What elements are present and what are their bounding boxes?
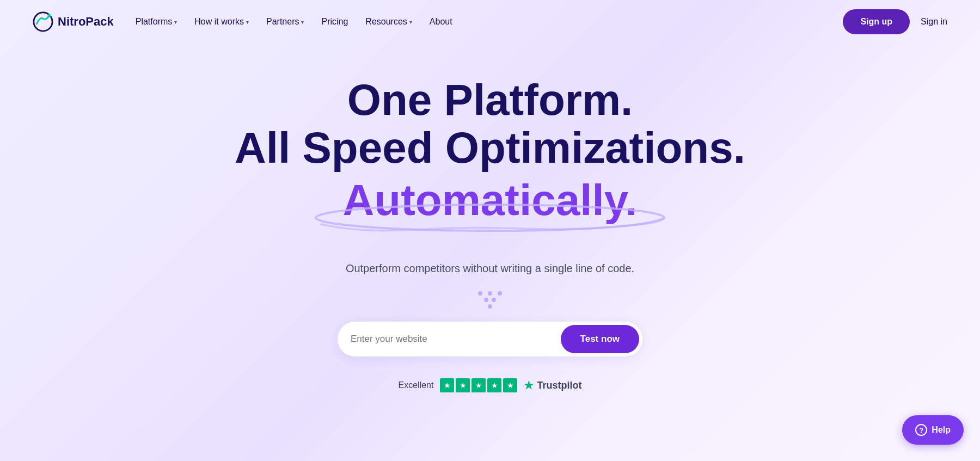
signin-button[interactable]: Sign in [921, 17, 947, 27]
trustpilot-row: Excellent ★ ★ ★ ★ ★ ★ Trustpilot [399, 378, 582, 392]
logo-icon [33, 11, 53, 32]
dot-row-top [478, 291, 502, 296]
dot [488, 304, 492, 309]
hero-title: One Platform. All Speed Optimizations. A… [235, 76, 745, 224]
nav-right: Sign up Sign in [843, 9, 947, 34]
logo[interactable]: NitroPack [33, 11, 114, 32]
nav-item-how-it-works[interactable]: How it works ▾ [194, 17, 249, 27]
trustpilot-stars: ★ ★ ★ ★ ★ [440, 378, 517, 392]
test-now-button[interactable]: Test now [561, 325, 639, 353]
trustpilot-brand-label: Trustpilot [537, 380, 581, 391]
help-button[interactable]: ? Help [902, 415, 964, 445]
dot-row-bot [488, 304, 492, 309]
navbar: NitroPack Platforms ▾ How it works ▾ Par… [0, 0, 980, 44]
svg-point-1 [48, 14, 51, 17]
logo-text: NitroPack [58, 15, 114, 29]
star-2: ★ [456, 378, 470, 392]
help-icon: ? [915, 424, 927, 436]
dot [478, 291, 482, 296]
nav-item-partners[interactable]: Partners ▾ [266, 17, 304, 27]
nav-item-resources[interactable]: Resources ▾ [365, 17, 412, 27]
trustpilot-rating-label: Excellent [399, 380, 434, 390]
arrow-dots [478, 291, 502, 309]
signup-button[interactable]: Sign up [843, 9, 910, 34]
hero-title-line1: One Platform. [235, 76, 745, 124]
website-input[interactable] [351, 334, 561, 345]
nav-item-platforms[interactable]: Platforms ▾ [136, 17, 177, 27]
dot [492, 298, 496, 302]
nav-links: Platforms ▾ How it works ▾ Partners ▾ Pr… [136, 17, 452, 27]
hero-section: One Platform. All Speed Optimizations. A… [0, 44, 980, 414]
nav-left: NitroPack Platforms ▾ How it works ▾ Par… [33, 11, 452, 32]
star-1: ★ [440, 378, 454, 392]
trustpilot-logo: ★ Trustpilot [524, 379, 581, 392]
chevron-down-icon: ▾ [174, 19, 177, 25]
hero-subtitle: Outperform competitors without writing a… [346, 262, 634, 275]
star-half: ★ [503, 378, 517, 392]
dot-row-mid [484, 298, 496, 302]
search-bar: Test now [338, 322, 642, 356]
dot [484, 298, 488, 302]
dot [488, 291, 492, 296]
chevron-down-icon: ▾ [301, 19, 304, 25]
nav-item-pricing[interactable]: Pricing [321, 17, 348, 27]
trustpilot-icon: ★ [524, 379, 534, 392]
hero-title-auto: Automatically. [235, 176, 745, 224]
chevron-down-icon: ▾ [409, 19, 412, 25]
chevron-down-icon: ▾ [246, 19, 249, 25]
nav-item-about[interactable]: About [430, 17, 452, 27]
hero-title-line2: All Speed Optimizations. [235, 124, 745, 172]
dot [498, 291, 502, 296]
star-3: ★ [471, 378, 486, 392]
oval-underline-icon [305, 201, 675, 234]
star-4: ★ [487, 378, 501, 392]
help-label: Help [932, 425, 951, 435]
